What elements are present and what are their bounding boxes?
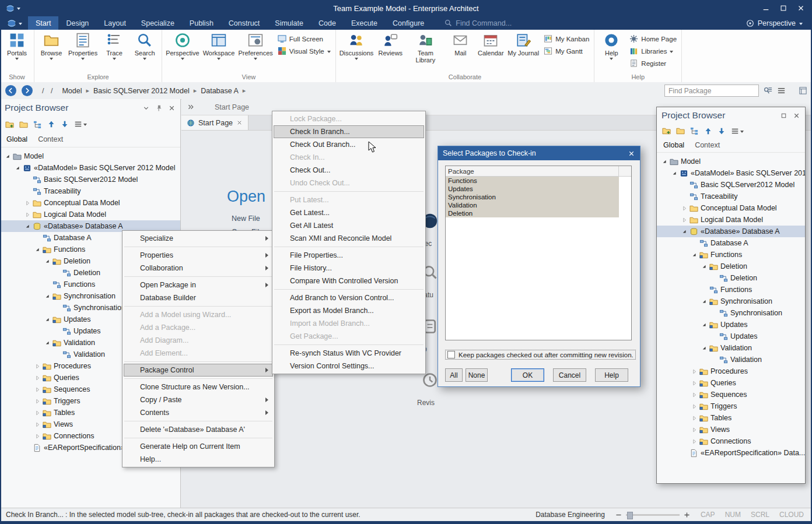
tree-expander[interactable] xyxy=(23,200,32,206)
tree-expander[interactable] xyxy=(700,345,708,351)
tree-expander[interactable] xyxy=(43,293,51,300)
tree-item-synchronisation[interactable]: Synchronisation xyxy=(657,296,805,307)
menu-item-delete-database-database-a[interactable]: Delete '«Database» Database A' xyxy=(124,423,273,436)
breadcrumb-root[interactable]: / / xyxy=(42,87,55,95)
ribbon-tab-execute[interactable]: Execute xyxy=(344,16,385,30)
column-header-package[interactable]: Package xyxy=(446,166,619,176)
menu-item-generate-help-on-current-item[interactable]: Generate Help on Current Item xyxy=(124,440,273,453)
tab-global[interactable]: Global xyxy=(663,141,684,149)
restore-icon[interactable] xyxy=(780,112,788,119)
tree-item-validation[interactable]: Validation xyxy=(657,342,805,354)
ribbon-tab-code[interactable]: Code xyxy=(311,16,344,30)
move-up-button[interactable] xyxy=(47,120,55,128)
tree-item-synchronisation[interactable]: Synchronisation xyxy=(657,307,805,319)
tree-item-datamodel-basic-sqlserver-2012-model[interactable]: «DataModel» Basic SQLServer 2012 Model xyxy=(0,162,180,174)
forward-button[interactable] xyxy=(22,85,33,96)
discussions-button[interactable]: Discussions xyxy=(338,30,376,72)
menu-item-get-latest[interactable]: Get Latest... xyxy=(274,206,424,219)
tree-expander[interactable] xyxy=(33,363,41,370)
tree-item-basic-sqlserver2012-model[interactable]: Basic SQLServer2012 Model xyxy=(0,174,180,185)
ribbon-tab-publish[interactable]: Publish xyxy=(182,16,221,30)
perspective-button[interactable]: Perspective xyxy=(164,30,201,72)
trace-button[interactable]: Trace xyxy=(99,30,130,72)
tree-item-traceability[interactable]: Traceability xyxy=(657,191,805,202)
tree-expander[interactable] xyxy=(660,159,668,165)
folder-button[interactable] xyxy=(19,120,28,129)
reviews-button[interactable]: Reviews xyxy=(375,30,405,72)
tree-expander[interactable] xyxy=(33,247,41,253)
tab-start-page[interactable]: Start Page xyxy=(181,115,249,130)
ribbon-tab-configure[interactable]: Configure xyxy=(385,16,432,30)
tree-expander[interactable] xyxy=(690,252,698,258)
back-button[interactable] xyxy=(5,85,16,96)
tree-expander[interactable] xyxy=(690,392,698,398)
menu-item-contents[interactable]: Contents xyxy=(124,406,273,419)
tree-expander[interactable] xyxy=(13,165,22,171)
menu-item-package-control[interactable]: Package Control xyxy=(124,364,273,377)
breadcrumb-item-model[interactable]: Model xyxy=(61,87,83,95)
tree-item-functions[interactable]: Functions xyxy=(657,284,805,296)
tree-item-deletion[interactable]: Deletion xyxy=(657,261,805,272)
ribbon-tab-layout[interactable]: Layout xyxy=(96,16,134,30)
tree-item-traceability[interactable]: Traceability xyxy=(0,185,180,197)
tree-item-tables[interactable]: Tables xyxy=(657,412,805,424)
menu-item-add-branch-to-version-control[interactable]: Add Branch to Version Control... xyxy=(274,291,424,304)
tree-expander[interactable] xyxy=(33,433,41,439)
tree-expander[interactable] xyxy=(690,415,698,421)
find-package-input[interactable] xyxy=(664,85,759,97)
menu-item-check-out-branch[interactable]: Check Out Branch... xyxy=(274,138,424,151)
move-up-button[interactable] xyxy=(704,127,712,135)
find-command-box[interactable]: Find Command... xyxy=(444,16,512,30)
menu-item-database-builder[interactable]: Database Builder xyxy=(124,291,273,304)
menu-item-re-synch-status-with-vc-provider[interactable]: Re-synch Status With VC Provider xyxy=(274,347,424,360)
tree-expander[interactable] xyxy=(43,258,51,265)
tree-expander[interactable] xyxy=(680,228,688,235)
pin-icon[interactable] xyxy=(155,104,163,112)
all-button[interactable]: All xyxy=(445,368,463,382)
package-row-deletion[interactable]: Deletion xyxy=(446,209,619,217)
cancel-button[interactable]: Cancel xyxy=(553,368,586,382)
tree-item-updates[interactable]: Updates xyxy=(657,319,805,330)
ribbon-tab-specialize[interactable]: Specialize xyxy=(134,16,182,30)
zoom-out-icon[interactable] xyxy=(615,511,622,519)
full-screen-button[interactable]: Full Screen xyxy=(278,34,331,44)
my-kanban-button[interactable]: My Kanban xyxy=(544,34,589,44)
window-list-icon[interactable] xyxy=(799,86,807,95)
search-button[interactable]: Search xyxy=(130,30,160,72)
workspace-button[interactable]: Workspace xyxy=(201,30,237,72)
tree-expander[interactable] xyxy=(690,380,698,386)
tree-item-conceptual-data-model[interactable]: Conceptual Data Model xyxy=(657,202,805,214)
tree-expander[interactable] xyxy=(33,375,41,381)
tree-item-deletion[interactable]: Deletion xyxy=(657,272,805,284)
tree-item-validation[interactable]: Validation xyxy=(657,354,805,365)
perspective-button[interactable]: Perspective xyxy=(746,16,803,30)
search-list-icon[interactable] xyxy=(764,86,772,95)
menu-item-export-as-model-branch[interactable]: Export as Model Branch... xyxy=(274,304,424,317)
package-row-synchronisation[interactable]: Synchronisation xyxy=(446,193,619,201)
tree-expander[interactable] xyxy=(680,205,688,212)
app-menu-button[interactable] xyxy=(0,16,28,30)
menu-item-collaboration[interactable]: Collaboration xyxy=(124,262,273,275)
tree-item-model[interactable]: Model xyxy=(657,156,805,167)
tree-expander[interactable] xyxy=(690,438,698,445)
tree-expander[interactable] xyxy=(43,340,51,346)
menu-item-scan-xmi-and-reconcile-model[interactable]: Scan XMI and Reconcile Model xyxy=(274,232,424,245)
tree-item-logical-data-model[interactable]: Logical Data Model xyxy=(0,209,180,220)
package-row-validation[interactable]: Validation xyxy=(446,201,619,209)
help-button[interactable]: Help xyxy=(596,30,626,72)
keep-checked-out-checkbox[interactable]: Keep packages checked out after committi… xyxy=(445,350,636,360)
tree-expander[interactable] xyxy=(33,386,41,393)
help-button[interactable]: Help xyxy=(595,368,628,382)
libraries-button[interactable]: Libraries xyxy=(629,46,677,56)
properties-button[interactable]: Properties xyxy=(66,30,99,72)
menu-item-specialize[interactable]: Specialize xyxy=(124,232,273,245)
preferences-button[interactable]: Preferences xyxy=(236,30,274,72)
my-gantt-button[interactable]: My Gantt xyxy=(544,46,589,56)
tab-context[interactable]: Context xyxy=(695,141,720,149)
move-down-button[interactable] xyxy=(718,127,726,135)
close-icon[interactable] xyxy=(168,104,176,112)
register-button[interactable]: Register xyxy=(629,58,677,68)
tree-item-procedures[interactable]: Procedures xyxy=(657,365,805,377)
tree-expander[interactable] xyxy=(690,403,698,410)
tree-item-updates[interactable]: Updates xyxy=(657,330,805,342)
